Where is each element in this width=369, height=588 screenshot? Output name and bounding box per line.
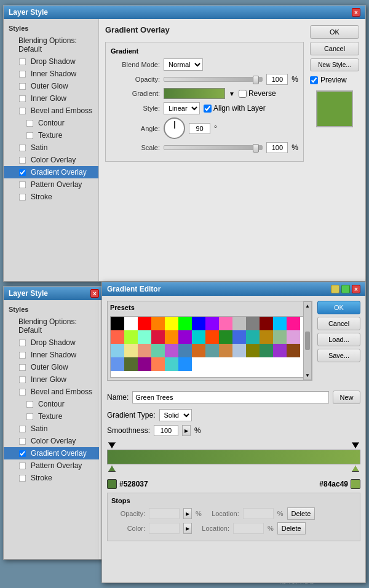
outer-glow-checkbox[interactable] <box>19 82 26 90</box>
ge-color-stop-right[interactable] <box>352 466 359 472</box>
top-close-button[interactable]: × <box>352 8 360 17</box>
sidebar-item-drop-shadow[interactable]: Drop Shadow <box>4 55 98 68</box>
cancel-button[interactable]: Cancel <box>310 42 359 55</box>
preset-color-swatch[interactable] <box>165 317 178 330</box>
ge-color-stops-swatch[interactable] <box>149 523 180 534</box>
preset-color-swatch[interactable] <box>138 330 151 344</box>
preset-color-swatch[interactable] <box>205 330 219 344</box>
preset-color-swatch[interactable] <box>124 317 138 330</box>
ge-color-location-input[interactable] <box>233 523 264 534</box>
bottom-outer-glow-checkbox[interactable] <box>19 364 26 371</box>
ge-color-delete-button[interactable]: Delete <box>277 522 306 534</box>
contour-checkbox[interactable] <box>26 119 34 127</box>
preset-color-swatch[interactable] <box>205 344 219 357</box>
bottom-sidebar-item-gradient-overlay[interactable]: Gradient Overlay <box>4 447 99 459</box>
ge-ok-button[interactable]: OK <box>317 301 360 314</box>
ge-smoothness-stepper[interactable]: ▶ <box>182 425 191 436</box>
angle-dial[interactable] <box>164 117 185 139</box>
preset-color-swatch[interactable] <box>246 317 260 330</box>
preset-color-swatch[interactable] <box>260 317 273 330</box>
ge-gradient-bar[interactable] <box>107 450 360 464</box>
satin-checkbox[interactable] <box>19 144 26 151</box>
presets-grid[interactable] <box>111 317 309 371</box>
presets-scrollbar[interactable]: ▲ ▼ <box>303 301 312 380</box>
preset-color-swatch[interactable] <box>260 344 273 357</box>
preset-color-swatch[interactable] <box>273 344 287 357</box>
ge-minimize-button[interactable] <box>331 285 339 293</box>
sidebar-item-blending[interactable]: Blending Options: Default <box>4 34 98 55</box>
gradient-swatch[interactable] <box>164 88 225 99</box>
bottom-contour-checkbox[interactable] <box>26 400 34 408</box>
sidebar-item-outer-glow[interactable]: Outer Glow <box>4 80 98 92</box>
preset-color-swatch[interactable] <box>151 344 165 357</box>
new-style-button[interactable]: New Style... <box>310 58 359 71</box>
bottom-sidebar-item-inner-glow[interactable]: Inner Glow <box>4 373 99 386</box>
bottom-close-button[interactable]: × <box>90 289 99 298</box>
bottom-stroke-checkbox[interactable] <box>19 474 26 482</box>
sidebar-item-stroke[interactable]: Stroke <box>4 191 98 203</box>
bottom-satin-checkbox[interactable] <box>19 425 26 432</box>
ge-save-button[interactable]: Save... <box>317 349 360 362</box>
preview-checkbox[interactable] <box>310 76 318 84</box>
bottom-sidebar-item-outer-glow[interactable]: Outer Glow <box>4 361 99 373</box>
ge-load-button[interactable]: Load... <box>317 333 360 346</box>
bottom-pattern-overlay-checkbox[interactable] <box>19 462 26 469</box>
dropdown-arrow[interactable]: ▼ <box>229 90 235 97</box>
sidebar-item-satin[interactable]: Satin <box>4 141 98 154</box>
ge-gradient-type-select[interactable]: Solid <box>159 409 192 421</box>
preset-color-swatch[interactable] <box>111 357 124 371</box>
preset-color-swatch[interactable] <box>111 317 124 330</box>
preset-color-swatch[interactable] <box>192 317 205 330</box>
ge-opacity-stepper[interactable]: ▶ <box>183 508 192 519</box>
ge-color-right-swatch[interactable] <box>351 479 360 489</box>
stroke-checkbox[interactable] <box>19 193 26 201</box>
drop-shadow-checkbox[interactable] <box>19 58 26 65</box>
preset-color-swatch[interactable] <box>165 344 178 357</box>
preset-color-swatch[interactable] <box>124 344 138 357</box>
preset-color-swatch[interactable] <box>287 344 300 357</box>
preset-color-swatch[interactable] <box>287 317 300 330</box>
preset-color-swatch[interactable] <box>219 330 232 344</box>
scale-input[interactable] <box>266 142 288 153</box>
preset-color-swatch[interactable] <box>219 317 232 330</box>
preset-color-swatch[interactable] <box>151 357 165 371</box>
preset-color-swatch[interactable] <box>124 330 138 344</box>
opacity-input[interactable] <box>266 74 288 85</box>
preset-color-swatch[interactable] <box>232 344 246 357</box>
ge-name-input[interactable] <box>132 391 329 403</box>
ge-color-stepper[interactable]: ▶ <box>183 523 192 534</box>
preset-color-swatch[interactable] <box>205 317 219 330</box>
bottom-texture-checkbox[interactable] <box>26 413 34 420</box>
bottom-sidebar-item-texture[interactable]: Texture <box>4 410 99 423</box>
ge-cancel-button[interactable]: Cancel <box>317 317 360 330</box>
align-layer-checkbox[interactable] <box>204 105 212 113</box>
sidebar-item-bevel-emboss[interactable]: Bevel and Emboss <box>4 105 98 117</box>
preset-color-swatch[interactable] <box>192 344 205 357</box>
preset-color-swatch[interactable] <box>138 357 151 371</box>
bottom-sidebar-item-drop-shadow[interactable]: Drop Shadow <box>4 336 99 349</box>
preset-color-swatch[interactable] <box>178 330 192 344</box>
preset-color-swatch[interactable] <box>165 330 178 344</box>
preset-color-swatch[interactable] <box>138 317 151 330</box>
bottom-inner-shadow-checkbox[interactable] <box>19 351 26 359</box>
preset-color-swatch[interactable] <box>246 344 260 357</box>
blend-mode-select[interactable]: Normal <box>164 58 203 71</box>
reverse-checkbox[interactable] <box>239 90 247 98</box>
preset-color-swatch[interactable] <box>273 330 287 344</box>
gradient-overlay-checkbox[interactable] <box>19 169 26 176</box>
preset-color-swatch[interactable] <box>111 330 124 344</box>
scale-slider[interactable] <box>164 145 263 150</box>
bottom-sidebar-item-contour[interactable]: Contour <box>4 398 99 410</box>
bottom-sidebar-item-satin[interactable]: Satin <box>4 423 99 435</box>
inner-glow-checkbox[interactable] <box>19 95 26 102</box>
bottom-sidebar-item-stroke[interactable]: Stroke <box>4 472 99 484</box>
preset-color-swatch[interactable] <box>178 357 192 371</box>
presets-grid-container[interactable] <box>110 316 309 378</box>
preset-color-swatch[interactable] <box>151 330 165 344</box>
opacity-slider[interactable] <box>164 77 263 82</box>
texture-checkbox[interactable] <box>26 132 34 139</box>
sidebar-item-contour[interactable]: Contour <box>4 117 98 129</box>
preset-color-swatch[interactable] <box>273 317 287 330</box>
bottom-inner-glow-checkbox[interactable] <box>19 376 26 383</box>
ge-opacity-stop-right[interactable] <box>352 442 359 448</box>
